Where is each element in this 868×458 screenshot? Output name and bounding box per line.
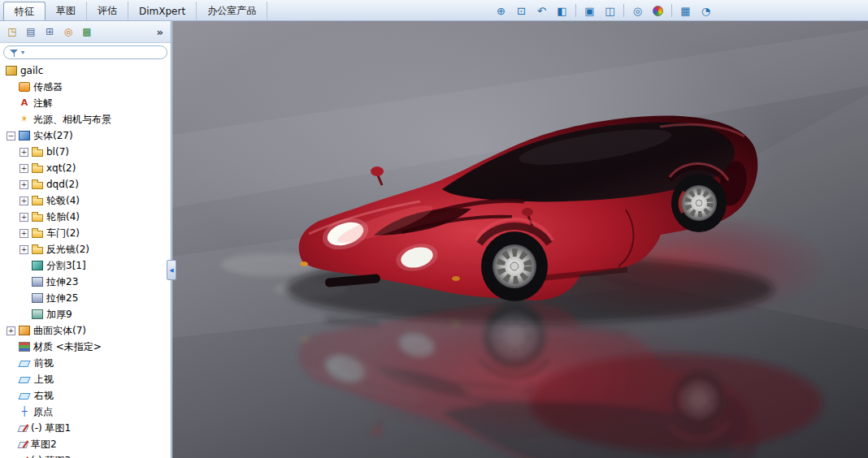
plane-icon <box>18 377 30 383</box>
apply-scene-icon[interactable]: ▦ <box>676 2 695 19</box>
zoom-area-icon[interactable]: ⊡ <box>512 2 531 19</box>
tree-item-folder-bl[interactable]: +bl(7) <box>0 144 171 160</box>
tree-expand-slot: − <box>6 131 16 141</box>
folder-icon <box>32 182 43 189</box>
tree-item-split3[interactable]: 分割3[1] <box>0 257 171 274</box>
tree-item-label: 拉伸23 <box>46 275 83 289</box>
expand-box-icon[interactable]: + <box>20 229 28 238</box>
tree-item-sketch3[interactable]: (-) 草图3 <box>0 452 171 458</box>
tree-item-label: 拉伸25 <box>46 292 83 305</box>
tree-item-front-plane[interactable]: 前视 <box>0 355 171 371</box>
display-style-icon[interactable]: ◫ <box>601 2 619 19</box>
tree-item-folder-dqd[interactable]: +dqd(2) <box>0 176 171 192</box>
tree-item-folder-door[interactable]: +车门(2) <box>0 225 171 241</box>
selection-tool-icon[interactable]: ◳ <box>4 24 20 40</box>
graphics-viewport[interactable] <box>172 21 868 458</box>
tree-item-label: 前视 <box>34 356 59 370</box>
tree-expand-slot <box>6 456 16 458</box>
tree-expand-slot: + <box>19 179 29 190</box>
tree-item-solid-bodies[interactable]: −实体(27) <box>0 127 171 144</box>
tree-filter-bar[interactable]: ▾ <box>3 45 167 59</box>
expand-box-icon[interactable]: + <box>20 213 28 222</box>
annotation-tool-icon[interactable]: ▤ <box>23 24 39 40</box>
tree-item-lights-cameras-scene[interactable]: ☀光源、相机与布景 <box>0 111 171 127</box>
tree-item-folder-mirror[interactable]: +反光镜(2) <box>0 241 171 257</box>
tree-item-sketch2[interactable]: 草图2 <box>0 436 171 452</box>
tree-item-label: 分割3[1] <box>46 259 91 273</box>
toolbar-overflow-button[interactable]: » <box>154 26 167 38</box>
tree-expand-slot: + <box>19 147 29 158</box>
zoom-to-fit-icon[interactable]: ⊕ <box>492 2 510 19</box>
tab-sketch[interactable]: 草图 <box>46 2 87 20</box>
tree-item-folder-wheel-hub[interactable]: +轮毂(4) <box>0 192 171 209</box>
collapse-box-icon[interactable]: − <box>7 132 15 140</box>
thicken-icon <box>32 309 43 319</box>
tree-filter-input[interactable] <box>28 47 161 58</box>
tree-item-label: bl(7) <box>46 146 74 158</box>
tree-item-sensors[interactable]: 传感器 <box>0 79 171 95</box>
tree-indent <box>6 241 19 257</box>
expand-box-icon[interactable]: + <box>20 197 28 205</box>
expand-box-icon[interactable]: + <box>7 326 15 335</box>
filter-dropdown-icon[interactable]: ▾ <box>21 49 24 56</box>
folder-icon <box>32 214 43 222</box>
tree-item-extrude25[interactable]: 拉伸25 <box>0 290 171 306</box>
tree-indent <box>6 225 19 241</box>
folder-icon <box>32 166 43 173</box>
tree-item-top-plane[interactable]: 上视 <box>0 371 171 387</box>
lights-icon: ☀ <box>19 114 30 124</box>
expand-box-icon[interactable]: + <box>20 180 28 189</box>
tree-indent <box>6 192 19 209</box>
expand-box-icon[interactable]: + <box>20 245 28 254</box>
tree-expand-slot <box>6 423 16 434</box>
tree-item-gailc[interactable]: gailc <box>0 63 171 79</box>
toolbar-separator <box>623 4 624 17</box>
extrude-icon <box>32 277 43 287</box>
tab-features[interactable]: 特征 <box>3 2 46 20</box>
panel-toolbar: ◳▤⊞◎▩» <box>0 21 171 43</box>
target-tool-icon[interactable]: ◎ <box>60 24 76 40</box>
tree-indent <box>6 160 19 176</box>
tree-expand-slot <box>6 391 16 401</box>
tree-item-label: 实体(27) <box>33 129 78 143</box>
edit-appearance-icon[interactable] <box>649 2 667 19</box>
tree-item-label: 光源、相机与布景 <box>33 113 116 127</box>
tree-item-label: 上视 <box>34 373 59 387</box>
tree-item-label: 反光镜(2) <box>46 243 94 257</box>
tree-item-extrude23[interactable]: 拉伸23 <box>0 274 171 290</box>
tree-item-right-plane[interactable]: 右视 <box>0 387 171 404</box>
expand-box-icon[interactable]: + <box>20 148 28 157</box>
tree-item-thicken9[interactable]: 加厚9 <box>0 306 171 322</box>
tab-evaluate[interactable]: 评估 <box>87 2 128 20</box>
previous-view-icon[interactable]: ↶ <box>532 2 551 19</box>
tree-item-folder-xqt[interactable]: +xqt(2) <box>0 160 171 176</box>
filter-funnel-icon[interactable] <box>10 49 18 57</box>
tree-expand-slot <box>19 293 29 304</box>
tree-item-origin[interactable]: ┼原点 <box>0 404 171 420</box>
car-render-3d[interactable] <box>172 21 868 458</box>
sensors-icon <box>19 82 30 92</box>
tree-item-sketch1[interactable]: (-) 草图1 <box>0 420 171 436</box>
tree-item-surface-bodies[interactable]: +曲面实体(7) <box>0 322 171 339</box>
expand-box-icon[interactable]: + <box>20 164 28 173</box>
copy-tool-icon[interactable]: ⊞ <box>41 24 58 40</box>
tab-office-products[interactable]: 办公室产品 <box>197 2 267 20</box>
hide-show-items-icon[interactable]: ◎ <box>628 2 647 19</box>
tree-item-label: 原点 <box>33 405 58 419</box>
tree-expand-slot <box>6 82 16 93</box>
split-icon <box>32 261 43 270</box>
tree-item-label: 传感器 <box>33 80 67 94</box>
plane-icon <box>18 361 30 367</box>
tree-item-annotations[interactable]: A注解 <box>0 95 171 111</box>
tree-expand-slot <box>6 114 16 125</box>
solidworks-window: { "command_tabs": { "items": [ { "id": "… <box>0 0 868 458</box>
tree-item-material[interactable]: 材质 <未指定> <box>0 339 171 355</box>
panel-collapse-handle[interactable]: ◀ <box>167 260 176 280</box>
tree-item-folder-tire[interactable]: +轮胎(4) <box>0 209 171 225</box>
section-view-icon[interactable]: ◧ <box>553 2 571 19</box>
tree-item-label: dqd(2) <box>46 179 84 190</box>
view-settings-icon[interactable]: ◔ <box>697 2 715 19</box>
tab-dimxpert[interactable]: DimXpert <box>128 2 197 20</box>
view-orientation-icon[interactable]: ▣ <box>580 2 599 19</box>
image-tool-icon[interactable]: ▩ <box>79 24 95 40</box>
